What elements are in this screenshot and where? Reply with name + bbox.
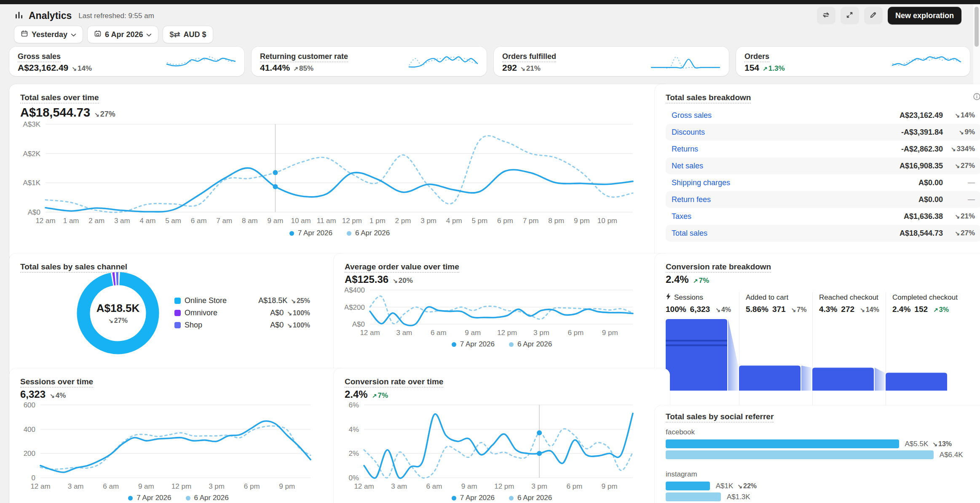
chart-title[interactable]: Total sales by social referrer [666, 412, 774, 423]
breakdown-row: Discounts-A$3,391.84↘9% [666, 124, 980, 141]
chart-title[interactable]: Conversion rate breakdown [666, 262, 771, 273]
conversion-breakdown-card: Conversion rate breakdown 2.4% ↗7% Sessi… [655, 253, 980, 413]
chart-value: 6,323 [20, 389, 46, 400]
breakdown-row-value: A$18,544.73 [900, 229, 943, 238]
avg-order-value-card: Average order value over time A$125.36 ↘… [334, 253, 670, 377]
legend-item-previous[interactable]: 6 Apr 2026 [347, 229, 390, 237]
channel-legend-row[interactable]: Online Store A$18.5K ↘25% [174, 295, 310, 307]
metric-title[interactable]: Returning customer rate [260, 52, 348, 62]
chart-title[interactable]: Conversion rate over time [345, 377, 443, 388]
breakdown-row-link[interactable]: Discounts [672, 128, 705, 137]
legend-item-previous[interactable]: 6 Apr 2026 [186, 494, 229, 502]
donut-value: A$18.5K [96, 302, 140, 315]
legend-item-previous[interactable]: 6 Apr 2026 [509, 494, 552, 502]
filter-bar: Yesterday 6 Apr 2026 $⇄ AUD $ [14, 26, 213, 43]
breakdown-row-link[interactable]: Shipping charges [672, 178, 730, 187]
svg-text:11 am: 11 am [317, 217, 336, 225]
breakdown-row: Return feesA$0.00— [666, 191, 980, 208]
svg-text:6 pm: 6 pm [568, 329, 584, 337]
breakdown-row-value: A$0.00 [918, 195, 943, 204]
sync-icon [822, 11, 830, 21]
sessions-line-chart[interactable]: 600400200012 am3 am6 am9 am12 pm3 pm6 pm… [20, 401, 315, 491]
chart-title[interactable]: Average order value over time [345, 262, 459, 273]
funnel-chart[interactable] [666, 319, 959, 391]
svg-text:A$3K: A$3K [23, 120, 40, 128]
sessions-over-time-card: Sessions over time 6,323 ↘4% 60040020001… [9, 368, 348, 503]
header-actions: New exploration [817, 7, 961, 24]
currency-label: AUD $ [184, 30, 206, 39]
breakdown-row-link[interactable]: Returns [672, 145, 698, 154]
svg-text:600: 600 [24, 401, 35, 409]
metric-card-orders: Orders 154 ↗1.3% [736, 47, 970, 76]
breakdown-row-link[interactable]: Taxes [672, 212, 691, 221]
sales-by-channel-card: Total sales by sales channel A$18.5K ↘27… [9, 253, 348, 377]
currency-button[interactable]: $⇄ AUD $ [163, 26, 212, 43]
channel-legend-row[interactable]: Omnivore A$0 ↘100% [174, 307, 310, 319]
svg-text:12 pm: 12 pm [497, 329, 517, 337]
metric-card-orders-fulfilled: Orders fulfilled 292 ↘21% [494, 47, 729, 76]
legend-item-current[interactable]: 7 Apr 2026 [128, 494, 171, 502]
svg-text:A$1K: A$1K [23, 179, 40, 187]
svg-text:6 am: 6 am [431, 329, 447, 337]
svg-text:0%: 0% [348, 474, 359, 482]
conversion-line-chart[interactable]: 6%4%2%0%12 am3 am6 am9 am12 pm3 pm6 pm9 … [345, 401, 637, 491]
compare-date-button[interactable]: 6 Apr 2026 [88, 26, 158, 43]
metric-title[interactable]: Orders [744, 52, 769, 62]
chart-value: A$125.36 [345, 274, 388, 285]
svg-text:A$0: A$0 [352, 320, 365, 328]
date-range-button[interactable]: Yesterday [14, 26, 83, 43]
chart-title[interactable]: Sessions over time [20, 377, 93, 388]
metric-title[interactable]: Gross sales [18, 52, 61, 62]
channel-legend-row[interactable]: Shop A$0 ↘100% [174, 319, 310, 331]
legend-item-previous[interactable]: 6 Apr 2026 [509, 340, 552, 349]
top-edge-bar [0, 0, 980, 4]
expand-button[interactable] [841, 7, 859, 24]
legend-item-current[interactable]: 7 Apr 2026 [452, 340, 495, 349]
breakdown-row-delta: ↘27% [948, 162, 975, 170]
svg-text:6 am: 6 am [103, 482, 119, 490]
breakdown-row-delta: — [948, 195, 975, 204]
pencil-icon [869, 11, 877, 21]
breakdown-row-value: A$1,636.38 [904, 212, 943, 221]
svg-text:1 pm: 1 pm [370, 217, 386, 225]
chevron-down-icon [71, 30, 76, 39]
social-group-facebook: facebook A$5.5K↘13% A$6.4K [666, 428, 980, 459]
legend-item-current[interactable]: 7 Apr 2026 [289, 229, 332, 237]
refresh-button[interactable] [817, 7, 835, 24]
svg-text:A$0: A$0 [28, 208, 40, 216]
breakdown-row-link[interactable]: Return fees [672, 195, 711, 204]
scrollbar-thumb[interactable] [975, 7, 979, 47]
legend-item-current[interactable]: 7 Apr 2026 [452, 494, 495, 502]
total-sales-line-chart[interactable]: A$3KA$2KA$1KA$012 am1 am2 am3 am4 am5 am… [20, 120, 637, 226]
svg-text:10 am: 10 am [291, 217, 311, 225]
legend-dot [289, 231, 294, 236]
svg-text:2 am: 2 am [88, 217, 104, 225]
chart-delta: ↘27% [94, 110, 115, 119]
metric-card-returning-customer-rate: Returning customer rate 41.44% ↗85% [252, 47, 487, 76]
breakdown-row-delta: ↘21% [948, 212, 975, 221]
svg-text:A$200: A$200 [345, 303, 365, 311]
metric-title[interactable]: Orders fulfilled [502, 52, 556, 62]
svg-text:4 am: 4 am [140, 217, 156, 225]
metric-delta: ↗85% [293, 64, 313, 73]
new-exploration-button[interactable]: New exploration [888, 7, 961, 24]
funnel-step-sessions: Sessions 100%6,323↘4% [666, 293, 739, 314]
breakdown-row-link[interactable]: Gross sales [672, 111, 712, 120]
edit-button[interactable] [864, 7, 883, 24]
compare-date-label: 6 Apr 2026 [105, 30, 143, 39]
chart-title[interactable]: Total sales over time [20, 93, 99, 104]
metric-value: A$23,162.49 [18, 63, 68, 73]
breakdown-row: Gross salesA$23,162.49↘14% [666, 107, 980, 124]
breakdown-title[interactable]: Total sales breakdown [666, 93, 751, 104]
info-icon[interactable] [973, 93, 980, 102]
sparkline-chart [650, 54, 721, 71]
breakdown-row-link[interactable]: Total sales [672, 229, 707, 238]
legend-swatch [174, 298, 181, 304]
svg-text:9 pm: 9 pm [602, 329, 618, 337]
date-range-label: Yesterday [32, 30, 67, 39]
aov-line-chart[interactable]: A$400A$200A$012 am3 am6 am9 am12 pm3 pm6… [345, 286, 637, 338]
social-bar-current [666, 482, 710, 490]
svg-text:9 pm: 9 pm [574, 217, 590, 225]
breakdown-row-link[interactable]: Net sales [672, 162, 703, 170]
svg-text:200: 200 [24, 450, 35, 458]
